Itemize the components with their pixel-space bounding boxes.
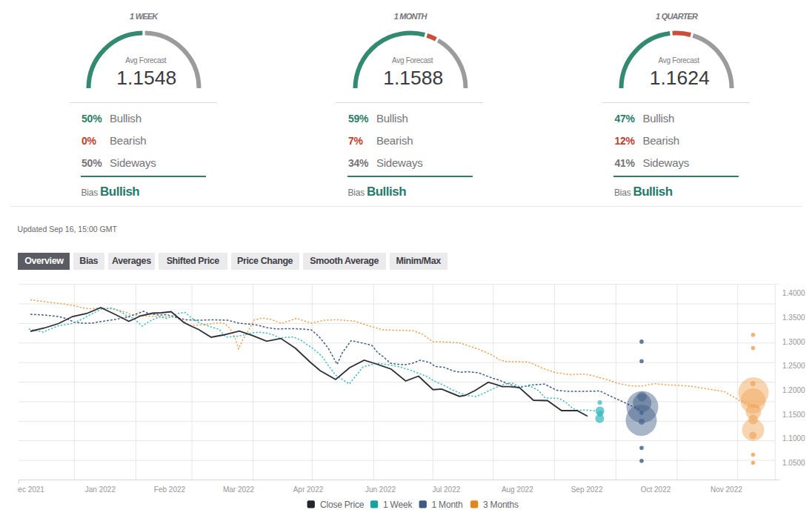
svg-text:Close Price: Close Price [320, 500, 365, 510]
svg-text:1.1000: 1.1000 [782, 434, 805, 443]
svg-text:3 Months: 3 Months [483, 500, 519, 510]
svg-text:Feb 2022: Feb 2022 [154, 485, 186, 494]
svg-text:Oct 2022: Oct 2022 [641, 485, 671, 494]
svg-text:1.2500: 1.2500 [782, 362, 805, 370]
svg-text:Jun 2022: Jun 2022 [365, 485, 396, 494]
svg-text:1.3000: 1.3000 [782, 338, 805, 346]
svg-text:Jan 2022: Jan 2022 [85, 485, 116, 494]
svg-text:Apr 2022: Apr 2022 [293, 485, 324, 494]
svg-text:1.3500: 1.3500 [782, 314, 805, 322]
svg-text:1 Week: 1 Week [383, 500, 413, 510]
svg-text:1.2000: 1.2000 [782, 386, 805, 394]
svg-text:Mar 2022: Mar 2022 [223, 485, 255, 494]
svg-text:Nov 2022: Nov 2022 [710, 485, 742, 494]
svg-text:1.1500: 1.1500 [782, 411, 805, 419]
svg-text:Aug 2022: Aug 2022 [502, 485, 533, 494]
svg-text:Sep 2022: Sep 2022 [571, 485, 603, 494]
svg-text:1 Month: 1 Month [432, 500, 463, 510]
svg-text:1.4000: 1.4000 [782, 289, 805, 297]
svg-text:Jul 2022: Jul 2022 [432, 485, 460, 494]
svg-text:1.0500: 1.0500 [782, 459, 805, 467]
